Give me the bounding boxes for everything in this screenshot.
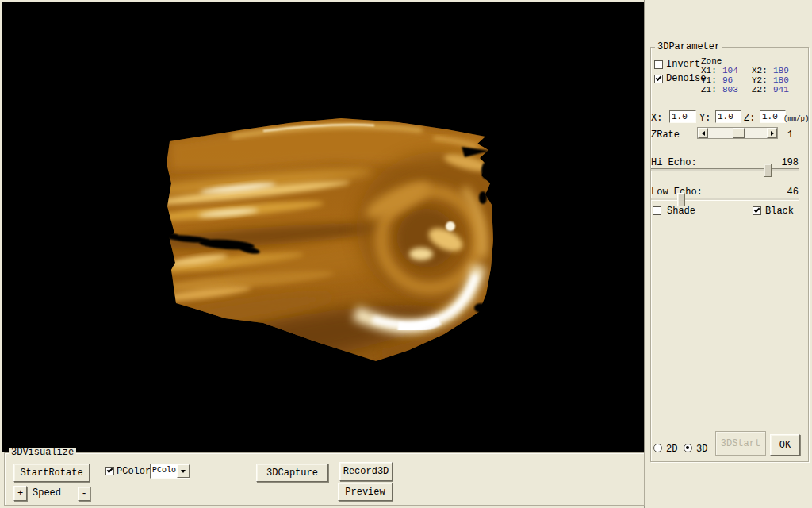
mode-3d-label: 3D [696, 444, 707, 454]
z-scale-input[interactable] [760, 110, 786, 123]
speed-increase-button[interactable]: + [13, 486, 27, 501]
hi-echo-value: 198 [772, 158, 799, 167]
hi-echo-slider-thumb[interactable] [764, 164, 772, 177]
parameter-panel: 3DParameter Invert Denoise Zone X1:104 X… [645, 0, 812, 508]
zone-x2: X2:189 [752, 66, 807, 75]
render-viewport[interactable] [2, 2, 645, 452]
hi-echo-label: Hi Echo: [651, 158, 697, 167]
zone-y2: Y2:180 [752, 75, 807, 85]
shade-checkbox[interactable] [653, 206, 661, 215]
low-echo-slider-thumb[interactable] [677, 193, 685, 206]
invert-label: Invert [666, 60, 700, 69]
black-checkbox[interactable] [753, 206, 761, 215]
low-echo-value: 46 [772, 187, 799, 197]
zrate-scroll-right-button[interactable] [767, 128, 777, 138]
x-scale-input[interactable] [669, 110, 696, 123]
zone-y1: Y1:96 [701, 75, 752, 85]
zrate-label: ZRate [651, 130, 680, 140]
start-3d-button[interactable]: 3DStart [715, 431, 766, 456]
hi-echo-slider-track[interactable] [651, 168, 799, 171]
invert-checkbox[interactable] [654, 60, 663, 69]
zrate-scroll-left-button[interactable] [698, 128, 708, 138]
y-scale-input[interactable] [715, 110, 741, 123]
zone-z1: Z1:803 [701, 85, 752, 94]
start-rotate-button[interactable]: StartRotate [13, 464, 90, 482]
zrate-value: 1 [787, 130, 793, 140]
zone-z2: Z2:941 [752, 85, 807, 94]
speed-decrease-button[interactable]: - [78, 487, 90, 501]
scroll-right-icon [771, 131, 776, 136]
speed-label: Speed [33, 488, 61, 498]
scale-unit-label: (mm/p) [783, 114, 809, 124]
scroll-left-icon [699, 131, 705, 136]
preview-button[interactable]: Preview [338, 483, 393, 501]
pcolor-dropdown-button[interactable] [177, 464, 190, 478]
ok-button[interactable]: OK [770, 434, 800, 456]
application-window: { "viewport": { "background": "#000000",… [0, 0, 812, 508]
zrate-scrollbar[interactable] [697, 127, 778, 139]
parameter-group-title: 3DParameter [655, 42, 722, 52]
pcolor-dropdown[interactable]: PColor [150, 464, 190, 479]
mode-3d-radio[interactable] [684, 444, 692, 452]
denoise-checkbox[interactable] [654, 75, 663, 83]
visualize-group-title: 3DVisualize [9, 448, 76, 457]
record-3d-button[interactable]: Record3D [339, 462, 393, 481]
zone-label: Zone [701, 56, 722, 66]
zone-grid: X1:104 X2:189 Y1:96 Y2:180 Z1:803 Z2:941 [701, 66, 807, 94]
denoise-label: Denoise [666, 74, 706, 83]
mode-2d-radio[interactable] [653, 444, 662, 452]
dropdown-arrow-icon [181, 470, 186, 475]
x-scale-label: X: [651, 114, 662, 123]
volume-render [2, 2, 645, 452]
capture-3d-button[interactable]: 3DCapture [256, 464, 328, 482]
black-label: Black [765, 206, 794, 216]
shade-label: Shade [667, 206, 695, 216]
z-scale-label: Z: [744, 114, 755, 123]
visualize-groupbox: 3DVisualize StartRotate PColor PColor 3D… [4, 452, 645, 506]
mode-2d-label: 2D [666, 444, 677, 454]
low-echo-slider-track[interactable] [651, 198, 799, 201]
pcolor-dropdown-value: PColor [151, 464, 177, 478]
y-scale-label: Y: [699, 114, 710, 123]
zrate-scrollbar-thumb[interactable] [733, 128, 745, 138]
pcolor-label: PColor [117, 467, 151, 476]
parameter-groupbox: 3DParameter Invert Denoise Zone X1:104 X… [650, 47, 809, 462]
zone-x1: X1:104 [701, 66, 752, 75]
pcolor-checkbox[interactable] [105, 467, 114, 475]
